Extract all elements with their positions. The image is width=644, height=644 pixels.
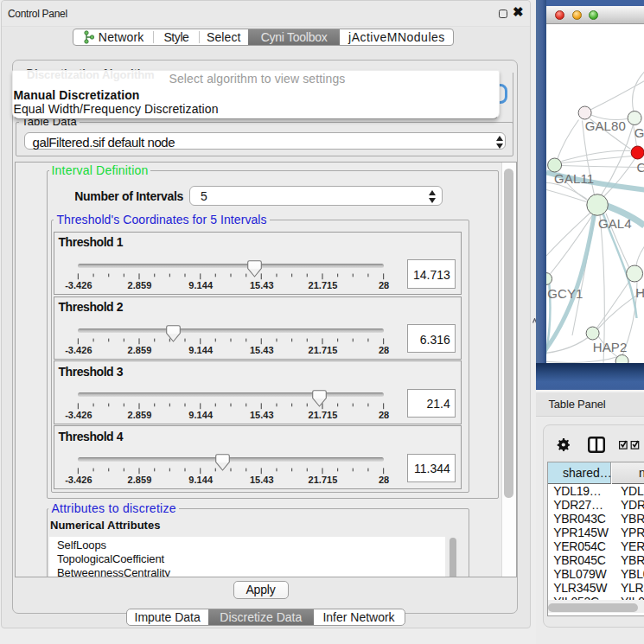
svg-text:GCY1: GCY1 (547, 286, 583, 301)
svg-text:HAP2: HAP2 (592, 339, 627, 354)
svg-text:GAL80: GAL80 (584, 118, 625, 132)
svg-text:GAL11: GAL11 (554, 171, 594, 186)
svg-text:GA: GA (634, 124, 644, 139)
svg-text:GAL4: GAL4 (598, 216, 632, 231)
svg-text:H: H (635, 284, 644, 299)
svg-text:C: C (636, 159, 644, 174)
